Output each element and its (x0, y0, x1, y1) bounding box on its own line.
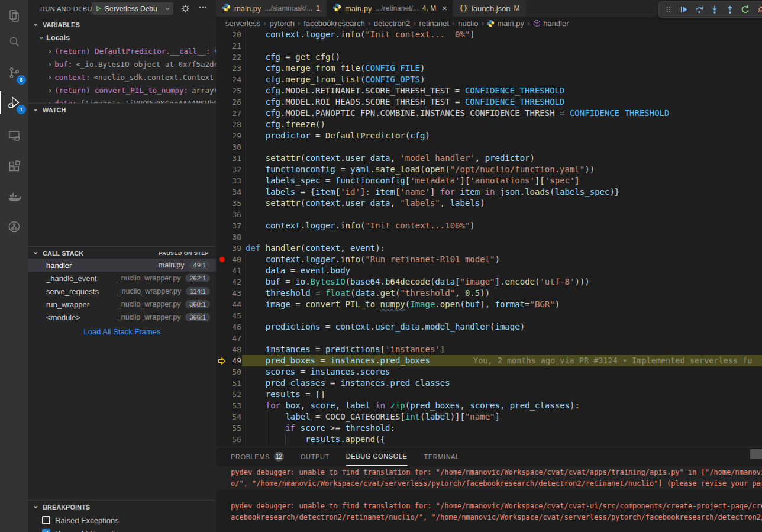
code-line-44[interactable]: 44 image = convert_PIL_to_numpy(Image.op… (216, 299, 762, 310)
disconnect-icon[interactable] (754, 3, 762, 16)
continue-icon[interactable] (677, 3, 691, 16)
code-line-33[interactable]: 33 labels_spec = functionconfig['metadat… (216, 175, 762, 186)
breakpoints-header[interactable]: › BREAKPOINTS (28, 500, 216, 513)
code-line-34[interactable]: 34 labels = {item['id']: item['name'] fo… (216, 186, 762, 198)
line-number[interactable]: 44 (216, 299, 241, 310)
line-number[interactable]: 51 (216, 378, 241, 389)
line-number[interactable]: 33 (216, 175, 241, 186)
docker-icon[interactable] (0, 183, 28, 211)
code-line-45[interactable]: 45 (216, 310, 762, 321)
code-line-31[interactable]: 31 setattr(context.user_data, 'model_han… (216, 153, 762, 164)
breadcrumb-item[interactable]: serverless (225, 19, 260, 28)
tab-problems[interactable]: PROBLEMS 12 (231, 448, 284, 466)
line-number[interactable]: 53 (216, 400, 241, 411)
variable-row[interactable]: ›buf:<_io.BytesIO object at 0x7f5a2dc1ec… (28, 57, 216, 70)
load-all-stack-frames-link[interactable]: Load All Stack Frames (28, 325, 216, 338)
line-number[interactable]: 43 (216, 288, 241, 299)
breadcrumb-item[interactable]: pytorch (269, 19, 295, 28)
line-number[interactable]: 38 (216, 231, 241, 243)
code-line-29[interactable]: 29 predictor = DefaultPredictor(cfg) (216, 130, 762, 141)
breadcrumb-item[interactable]: detectron2 (374, 19, 410, 28)
breadcrumb-item[interactable]: nuclio (458, 19, 478, 28)
step-into-icon[interactable] (708, 3, 722, 16)
code-line-41[interactable]: 41 data = event.body (216, 265, 762, 276)
tab-launch-json[interactable]: {} launch.json M (453, 0, 526, 17)
variable-row[interactable]: ›data:{'image': 'iVBORw0KGgoAAAANSUhE… (28, 96, 216, 103)
stack-frame-row[interactable]: _handle_event_nuclio_wrapper.py262:1 (28, 272, 216, 285)
line-number[interactable]: 54 (216, 411, 241, 423)
variable-row[interactable]: ›(return) convert_PIL_to_numpy:array([[[… (28, 83, 216, 96)
extensions-icon[interactable] (0, 152, 28, 180)
tab-main-py-retinanet[interactable]: main.py .../retinanet/... 4, M × (327, 0, 453, 17)
variables-header[interactable]: › VARIABLES (28, 18, 216, 31)
code-line-28[interactable]: 28 cfg.freeze() (216, 119, 762, 130)
line-number[interactable]: 23 (216, 63, 241, 74)
code-line-43[interactable]: 43 threshold = float(data.get("threshold… (216, 288, 762, 299)
line-number[interactable]: 26 (216, 96, 241, 108)
code-line-39[interactable]: 39def handler(context, event): (216, 243, 762, 254)
line-number[interactable]: 32 (216, 164, 241, 175)
line-number[interactable]: 50 (216, 366, 241, 378)
line-number[interactable]: 45 (216, 310, 241, 321)
code-line-53[interactable]: 53 for box, score, label in zip(pred_box… (216, 400, 762, 411)
gear-icon[interactable] (181, 4, 190, 15)
line-number[interactable]: 37 (216, 220, 241, 231)
code-line-56[interactable]: 56 results.append({ (216, 434, 762, 445)
tab-main-py-siammask[interactable]: main.py .../siammask/... 1 (216, 0, 327, 17)
code-editor[interactable]: 20 context.logger.info("Init context... … (216, 29, 762, 447)
line-number[interactable]: 21 (216, 40, 241, 51)
line-number[interactable]: 48 (216, 344, 241, 355)
breakpoint-icon[interactable] (219, 257, 225, 262)
breadcrumb-symbol[interactable]: handler (533, 19, 569, 28)
code-line-22[interactable]: 22 cfg = get_cfg() (216, 51, 762, 63)
variable-row[interactable]: ›context:<nuclio_sdk.context.Context obj… (28, 70, 216, 83)
code-line-20[interactable]: 20 context.logger.info("Init context... … (216, 29, 762, 40)
line-number[interactable]: 52 (216, 389, 241, 400)
search-icon[interactable] (0, 28, 28, 56)
watch-header[interactable]: › WATCH (28, 103, 216, 116)
line-number[interactable]: 56 (216, 434, 241, 445)
line-number[interactable]: 34 (216, 186, 241, 198)
code-line-24[interactable]: 24 cfg.merge_from_list(CONFIG_OPTS) (216, 74, 762, 85)
line-number[interactable]: 24 (216, 74, 241, 85)
line-number[interactable]: 31 (216, 153, 241, 164)
line-number[interactable]: 30 (216, 141, 241, 153)
code-line-21[interactable]: 21 (216, 40, 762, 51)
code-line-42[interactable]: 42 buf = io.BytesIO(base64.b64decode(dat… (216, 276, 762, 288)
line-number[interactable]: 39 (216, 243, 241, 254)
code-line-23[interactable]: 23 cfg.merge_from_file(CONFIG_FILE) (216, 63, 762, 74)
call-stack-header[interactable]: › CALL STACK PAUSED ON STEP (28, 246, 216, 259)
code-line-37[interactable]: 37 context.logger.info("Init context...1… (216, 220, 762, 231)
explorer-icon[interactable] (0, 2, 28, 30)
drag-handle[interactable] (661, 3, 676, 16)
tab-debug-console[interactable]: DEBUG CONSOLE (346, 448, 408, 466)
line-number[interactable]: 25 (216, 85, 241, 96)
tab-output[interactable]: OUTPUT (301, 448, 330, 466)
code-line-30[interactable]: 30 (216, 141, 762, 153)
code-line-55[interactable]: 55 if score >= threshold: (216, 423, 762, 434)
source-control-icon[interactable]: 8 (0, 59, 28, 87)
line-number[interactable]: 41 (216, 265, 241, 276)
step-over-icon[interactable] (692, 3, 706, 16)
line-number[interactable]: 35 (216, 198, 241, 209)
line-number[interactable]: 47 (216, 333, 241, 344)
stack-frame-row[interactable]: run_wrapper_nuclio_wrapper.py360:1 (28, 298, 216, 311)
code-line-49[interactable]: 49 pred_boxes = instances.pred_boxesYou,… (216, 355, 762, 366)
code-line-32[interactable]: 32 functionconfig = yaml.safe_load(open(… (216, 164, 762, 175)
checkbox-checked[interactable]: ✓ (42, 529, 50, 532)
panel-scrollbar[interactable] (750, 449, 762, 459)
breadcrumb-file[interactable]: main.py (487, 19, 524, 28)
code-line-38[interactable]: 38 (216, 231, 762, 243)
breadcrumb-item[interactable]: facebookresearch (303, 19, 364, 28)
remote-explorer-icon[interactable] (0, 121, 28, 150)
restart-icon[interactable] (738, 3, 753, 16)
code-line-27[interactable]: 27 cfg.MODEL.PANOPTIC_FPN.COMBINE.INSTAN… (216, 108, 762, 119)
stack-frame-row[interactable]: handlermain.py49:1 (28, 259, 216, 272)
breadcrumb-item[interactable]: retinanet (419, 19, 449, 28)
code-line-35[interactable]: 35 setattr(context.user_data, "labels", … (216, 198, 762, 209)
line-number[interactable]: 55 (216, 423, 241, 434)
line-number[interactable]: 27 (216, 108, 241, 119)
code-line-50[interactable]: 50 scores = instances.scores (216, 366, 762, 378)
code-line-48[interactable]: 48 instances = predictions['instances'] (216, 344, 762, 355)
line-number[interactable]: 46 (216, 321, 241, 333)
